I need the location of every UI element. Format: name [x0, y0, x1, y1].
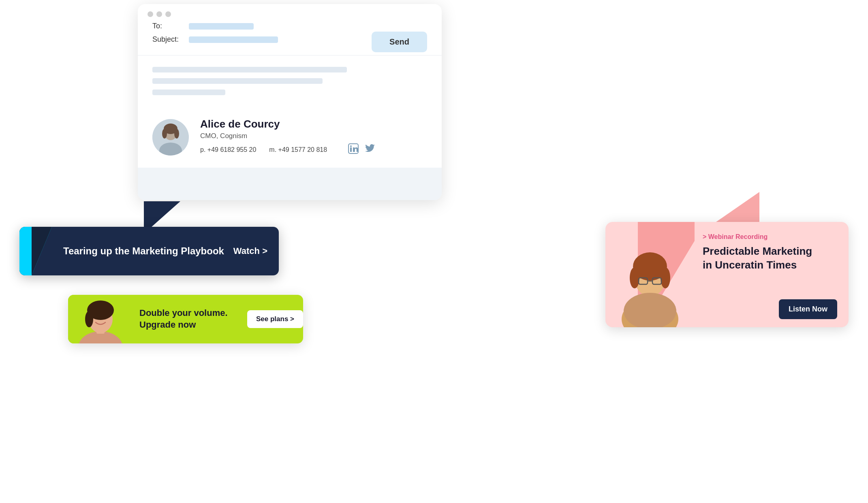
banner-green: Double your volume.Upgrade now See plans… — [68, 295, 303, 343]
banner-green-content: Double your volume.Upgrade now — [133, 307, 241, 330]
banner-cyan-accent — [19, 227, 52, 275]
watch-button[interactable]: Watch > — [233, 246, 267, 256]
banner-navy: Tearing up the Marketing Playbook Watch … — [19, 227, 279, 275]
sig-social — [348, 143, 376, 156]
svg-rect-7 — [350, 147, 352, 152]
send-button[interactable]: Send — [372, 32, 427, 52]
email-signature: Alice de Courcy CMO, Cognism p. +49 6182… — [138, 111, 442, 168]
sig-name: Alice de Courcy — [200, 118, 427, 130]
twitter-icon[interactable] — [365, 143, 376, 156]
body-line-3 — [152, 90, 225, 95]
svg-point-18 — [624, 293, 676, 327]
banner-navy-title: Tearing up the Marketing Playbook — [63, 245, 224, 257]
sig-title: CMO, Cognism — [200, 132, 427, 140]
svg-point-8 — [350, 145, 352, 147]
traffic-light-green — [165, 11, 171, 17]
svg-point-3 — [162, 129, 167, 139]
sig-contact: p. +49 6182 955 20 m. +49 1577 20 818 — [200, 143, 427, 156]
subject-value — [189, 36, 278, 43]
banner-pink: > Webinar Recording Predictable Marketin… — [605, 222, 849, 327]
listen-now-button[interactable]: Listen Now — [779, 299, 837, 319]
banner-dark-tri — [32, 227, 52, 275]
traffic-lights — [138, 4, 442, 22]
to-field-row: To: — [152, 22, 427, 30]
see-plans-button[interactable]: See plans > — [247, 310, 303, 328]
email-card: To: Subject: Send — [138, 4, 442, 200]
email-body — [138, 55, 442, 111]
banner-navy-content: Tearing up the Marketing Playbook Watch … — [52, 245, 279, 257]
svg-point-24 — [85, 311, 93, 327]
traffic-light-yellow — [156, 11, 162, 17]
email-banner-strip — [138, 168, 442, 200]
banner-pink-content: > Webinar Recording Predictable Marketin… — [695, 222, 849, 327]
body-line-2 — [152, 78, 323, 84]
sig-phone: p. +49 6182 955 20 — [200, 146, 256, 153]
avatar — [152, 119, 189, 156]
linkedin-icon[interactable] — [348, 143, 359, 156]
banner-pink-tag: > Webinar Recording — [703, 233, 837, 241]
svg-point-13 — [630, 267, 639, 288]
sig-info: Alice de Courcy CMO, Cognism p. +49 6182… — [200, 118, 427, 156]
banner-pink-image — [605, 222, 695, 327]
banner-green-title: Double your volume.Upgrade now — [139, 308, 228, 330]
svg-point-14 — [661, 267, 670, 288]
banner-pink-title: Predictable Marketingin Unceratin Times — [703, 245, 837, 272]
traffic-light-red — [148, 11, 153, 17]
to-label: To: — [152, 22, 185, 30]
subject-label: Subject: — [152, 35, 185, 44]
banner-green-image — [68, 295, 133, 343]
sig-mobile: m. +49 1577 20 818 — [269, 146, 327, 153]
pink-person — [609, 226, 691, 327]
to-value — [189, 23, 254, 30]
svg-point-4 — [174, 129, 179, 139]
body-line-1 — [152, 67, 347, 72]
